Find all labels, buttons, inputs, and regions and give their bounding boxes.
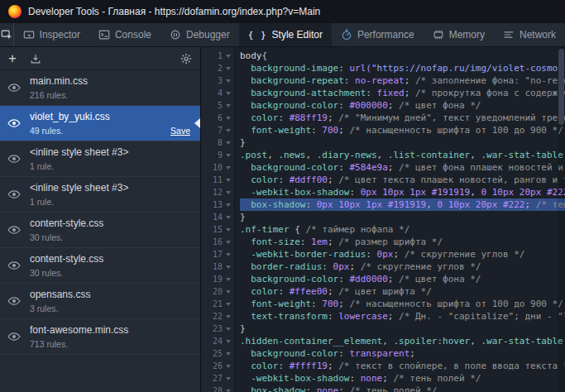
line-number: 14 <box>201 211 234 223</box>
eye-icon[interactable] <box>7 261 21 270</box>
stylesheet-name: <inline style sheet #3> <box>30 182 192 194</box>
code-line[interactable]: .nf-timer { /* таймер нофапа */ <box>240 223 565 236</box>
stylesheet-item[interactable]: content-style.css30 rules. <box>0 248 200 284</box>
code-line[interactable]: .post, .news, .diary-news, .list-contain… <box>240 149 565 161</box>
line-number: 1 <box>201 50 234 62</box>
fold-arrow-icon[interactable] <box>226 377 231 380</box>
fold-arrow-icon[interactable] <box>226 203 231 207</box>
stylesheet-item[interactable]: <inline style sheet #3>1 rule. <box>0 141 200 177</box>
eye-icon[interactable] <box>7 190 21 198</box>
fold-arrow-icon[interactable] <box>226 179 231 182</box>
fold-arrow-icon[interactable] <box>226 327 231 331</box>
tab-console[interactable]: Console <box>89 23 160 46</box>
node-picker-button[interactable] <box>0 23 14 46</box>
code-line[interactable]: background-color: #000000; /* цвет фона … <box>240 99 565 112</box>
tab-debugger[interactable]: Debugger <box>160 23 239 46</box>
code-line[interactable]: } <box>240 136 565 149</box>
code-line[interactable]: font-weight: 700; /* насыщенность шрифта… <box>240 124 565 136</box>
fold-arrow-icon[interactable] <box>226 365 231 368</box>
code-line[interactable]: -webkit-box-shadow: 0px 10px 1px #191919… <box>240 186 565 198</box>
save-link[interactable]: Save <box>170 126 190 136</box>
tab-memory[interactable]: Memory <box>424 23 494 46</box>
code-line[interactable]: box-shadow: none; /* тень полей */ <box>240 385 565 392</box>
code-line[interactable]: font-weight: 700; /* насыщенность шрифта… <box>240 298 565 310</box>
stylesheet-name: main.min.css <box>30 75 192 87</box>
code-line[interactable]: color: #ddff00; /* цвет текста плашек но… <box>240 174 565 186</box>
fold-arrow-icon[interactable] <box>226 216 231 219</box>
tab-label: Memory <box>449 29 485 41</box>
code-line[interactable]: background-attachment: fixed; /* прокрут… <box>240 87 565 99</box>
code-line[interactable]: background-color: transparent; <box>240 347 565 360</box>
line-number-text: 8 <box>218 136 223 149</box>
eye-icon[interactable] <box>7 155 21 163</box>
fold-arrow-icon[interactable] <box>226 67 231 70</box>
fold-arrow-icon[interactable] <box>226 290 231 294</box>
tab-styleeditor[interactable]: { }Style Editor <box>239 23 332 46</box>
stylesheet-item[interactable]: font-awesome.min.css713 rules. <box>0 319 200 355</box>
fold-arrow-icon[interactable] <box>226 352 231 356</box>
import-button[interactable] <box>30 53 41 65</box>
eye-icon[interactable] <box>7 84 21 92</box>
code-line[interactable]: background-color: #584e9a; /* цвет фона … <box>240 161 565 174</box>
line-number-text: 22 <box>213 310 223 323</box>
code-line[interactable]: color: #ffff19; /* текст в спойлере, в п… <box>240 360 565 372</box>
line-number: 13 <box>201 198 234 211</box>
code-line[interactable]: background-color: #dd0000; /* цвет фона … <box>240 273 565 285</box>
fold-arrow-icon[interactable] <box>226 55 231 58</box>
tab-network[interactable]: Network <box>494 23 565 46</box>
stylesheet-item[interactable]: main.min.css216 rules. <box>0 70 200 106</box>
line-number-text: 19 <box>213 273 223 285</box>
tab-inspector[interactable]: Inspector <box>14 23 89 46</box>
fold-arrow-icon[interactable] <box>226 104 231 108</box>
code-line[interactable]: color: #ffee00; /* цвет шрифта */ <box>240 285 565 298</box>
fold-arrow-icon[interactable] <box>226 253 231 256</box>
options-button[interactable] <box>180 53 192 65</box>
code-editor[interactable]: 1234567891011121314151617181920212223242… <box>201 47 565 392</box>
code-line[interactable]: border-radius: 0px; /* скругление углов … <box>240 261 565 273</box>
code-line[interactable]: font-size: 1em; /* размер шрифта */ <box>240 236 565 248</box>
code-line[interactable]: -webkit-box-shadow: none; /* тень полей … <box>240 372 565 385</box>
stylesheet-item[interactable]: content-style.css30 rules. <box>0 213 200 248</box>
fold-arrow-icon[interactable] <box>226 303 231 306</box>
code-line[interactable]: color: #88ff19; /* "Минимум дней", текст… <box>240 112 565 124</box>
fold-arrow-icon[interactable] <box>226 265 231 269</box>
fold-arrow-icon[interactable] <box>226 141 231 145</box>
code-line[interactable]: body{ <box>240 50 565 62</box>
stylesheet-item[interactable]: opensans.css3 rules. <box>0 284 200 319</box>
line-number-text: 18 <box>213 261 223 273</box>
fold-arrow-icon[interactable] <box>226 315 231 318</box>
fold-arrow-icon[interactable] <box>226 129 231 132</box>
eye-icon[interactable] <box>7 297 21 305</box>
scrollbar-thumb[interactable] <box>558 49 564 125</box>
fold-arrow-icon[interactable] <box>226 166 231 170</box>
stylesheet-item[interactable]: <inline style sheet #3>1 rule. <box>0 177 200 213</box>
eye-icon[interactable] <box>7 226 21 234</box>
stylesheet-name: violet_by_yuki.css <box>30 111 192 122</box>
fold-arrow-icon[interactable] <box>226 241 231 244</box>
editor-scrollbar[interactable] <box>558 47 565 392</box>
fold-arrow-icon[interactable] <box>226 79 231 83</box>
new-stylesheet-button[interactable]: + <box>8 51 17 65</box>
editor-code[interactable]: body{ background-image: url("https://nof… <box>235 47 565 392</box>
eye-icon[interactable] <box>7 119 21 127</box>
fold-arrow-icon[interactable] <box>226 117 231 120</box>
code-line[interactable]: } <box>240 211 565 223</box>
tab-performance[interactable]: Performance <box>332 23 424 46</box>
code-line[interactable]: -webkit-border-radius: 0px; /* скруглени… <box>240 248 565 261</box>
line-number-text: 27 <box>213 372 223 385</box>
code-line[interactable]: text-transform: lowercase; /* Дн. - "cap… <box>240 310 565 323</box>
eye-icon[interactable] <box>7 332 21 341</box>
fold-arrow-icon[interactable] <box>226 154 231 157</box>
stylesheet-item[interactable]: violet_by_yuki.css49 rules.Save <box>0 106 200 141</box>
fold-arrow-icon[interactable] <box>226 278 231 281</box>
fold-arrow-icon[interactable] <box>226 228 231 232</box>
fold-arrow-icon[interactable] <box>226 340 231 343</box>
code-line[interactable]: background-image: url("https://nofap.ru/… <box>240 62 565 74</box>
code-line[interactable]: background-repeat: no-repeat; /* заполне… <box>240 74 565 87</box>
fold-arrow-icon[interactable] <box>226 92 231 95</box>
fold-arrow-icon[interactable] <box>226 191 231 194</box>
fold-arrow-icon[interactable] <box>226 390 231 392</box>
code-line[interactable]: box-shadow: 0px 10px 1px #191919, 0 10px… <box>240 198 565 211</box>
code-line[interactable]: .hidden-container__element, .spoiler:hov… <box>240 335 565 347</box>
code-line[interactable]: } <box>240 323 565 335</box>
